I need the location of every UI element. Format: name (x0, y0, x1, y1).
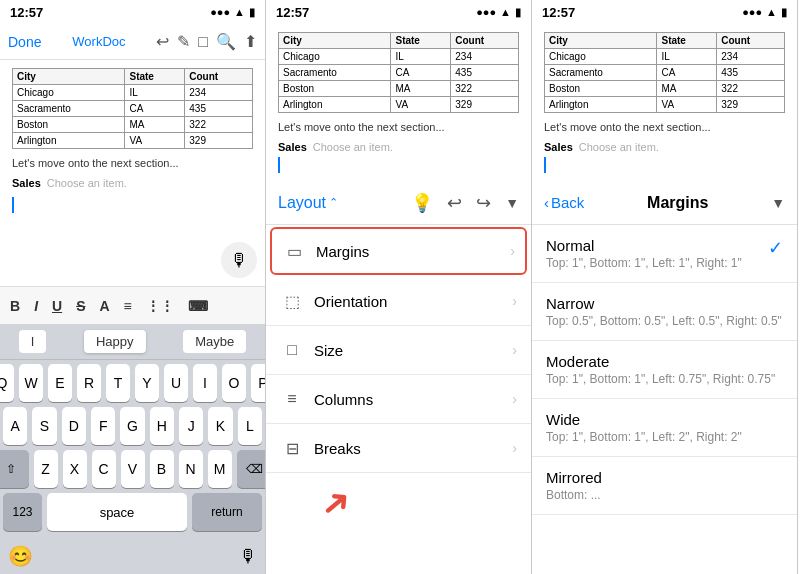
key-shift[interactable]: ⇧ (0, 450, 29, 488)
menu-item-breaks[interactable]: ⊟ Breaks › (266, 424, 531, 473)
key-123[interactable]: 123 (3, 493, 42, 531)
keyboard-area: I Happy Maybe Q W E R T Y U I O P A S D … (0, 324, 265, 574)
view-button[interactable]: □ (198, 33, 208, 51)
margin-narrow-desc: Top: 0.5", Bottom: 0.5", Left: 0.5", Rig… (546, 314, 783, 328)
key-c[interactable]: C (92, 450, 116, 488)
wifi-icon-1: ▲ (234, 6, 245, 18)
sales-label-1: Sales (12, 177, 41, 189)
key-n[interactable]: N (179, 450, 203, 488)
emoji-button[interactable]: 😊 (8, 544, 33, 568)
key-b[interactable]: B (150, 450, 174, 488)
key-space[interactable]: space (47, 493, 187, 531)
key-o[interactable]: O (222, 364, 246, 402)
italic-button[interactable]: I (32, 296, 40, 316)
keyboard-button[interactable]: ⌨ (186, 296, 210, 316)
margin-wide-text: Wide Top: 1", Bottom: 1", Left: 2", Righ… (546, 411, 783, 444)
sales-placeholder-1: Choose an item. (47, 177, 127, 189)
key-m[interactable]: M (208, 450, 232, 488)
search-button[interactable]: 🔍 (216, 32, 236, 51)
undo-icon-2[interactable]: ↩ (447, 192, 462, 214)
table-row: SacramentoCA435 (279, 65, 519, 81)
key-w[interactable]: W (19, 364, 43, 402)
dropdown-icon[interactable]: ▼ (505, 195, 519, 211)
strikethrough-button[interactable]: S (74, 296, 87, 316)
key-row-3: ⇧ Z X C V B N M ⌫ (3, 450, 262, 488)
suggestion-3[interactable]: Maybe (183, 330, 246, 353)
key-z[interactable]: Z (34, 450, 58, 488)
signal-icon-3: ●●● (742, 6, 762, 18)
key-a[interactable]: A (3, 407, 27, 445)
col-state-1: State (125, 69, 185, 85)
key-f[interactable]: F (91, 407, 115, 445)
margin-item-wide[interactable]: Wide Top: 1", Bottom: 1", Left: 2", Righ… (532, 399, 797, 457)
doc-text-3: Let's move onto the next section... (544, 121, 785, 133)
margins-dropdown-icon[interactable]: ▼ (771, 195, 785, 211)
key-x[interactable]: X (63, 450, 87, 488)
key-l[interactable]: L (238, 407, 262, 445)
chevron-right-icon-size: › (512, 342, 517, 358)
key-delete[interactable]: ⌫ (237, 450, 267, 488)
bold-button[interactable]: B (8, 296, 22, 316)
key-return[interactable]: return (192, 493, 262, 531)
key-h[interactable]: H (150, 407, 174, 445)
margin-item-moderate[interactable]: Moderate Top: 1", Bottom: 1", Left: 0.75… (532, 341, 797, 399)
table-row: ArlingtonVA329 (545, 97, 785, 113)
edit-button[interactable]: ✎ (177, 32, 190, 51)
margin-item-narrow[interactable]: Narrow Top: 0.5", Bottom: 0.5", Left: 0.… (532, 283, 797, 341)
redo-icon-2[interactable]: ↪ (476, 192, 491, 214)
mic-key-button[interactable]: 🎙 (239, 546, 257, 567)
key-v[interactable]: V (121, 450, 145, 488)
key-t[interactable]: T (106, 364, 130, 402)
margin-moderate-name: Moderate (546, 353, 783, 370)
menu-item-margins[interactable]: ▭ Margins › (270, 227, 527, 275)
status-icons-1: ●●● ▲ ▮ (210, 6, 255, 19)
suggestion-2[interactable]: Happy (84, 330, 146, 353)
columns-icon: ≡ (280, 387, 304, 411)
col-city-1: City (13, 69, 125, 85)
key-r[interactable]: R (77, 364, 101, 402)
wifi-icon-2: ▲ (500, 6, 511, 18)
underline-button[interactable]: U (50, 296, 64, 316)
key-k[interactable]: K (208, 407, 232, 445)
menu-item-columns[interactable]: ≡ Columns › (266, 375, 531, 424)
share-button[interactable]: ⬆ (244, 32, 257, 51)
margin-mirrored-name: Mirrored (546, 469, 783, 486)
margins-panel-title: Margins (584, 194, 771, 212)
app-title: WorkDoc (47, 34, 150, 49)
menu-item-size[interactable]: □ Size › (266, 326, 531, 375)
signal-icon-2: ●●● (476, 6, 496, 18)
key-u[interactable]: U (164, 364, 188, 402)
margin-narrow-text: Narrow Top: 0.5", Bottom: 0.5", Left: 0.… (546, 295, 783, 328)
margin-item-normal[interactable]: Normal Top: 1", Bottom: 1", Left: 1", Ri… (532, 225, 797, 283)
status-bar-1: 12:57 ●●● ▲ ▮ (0, 0, 265, 24)
back-button[interactable]: ‹ Back (544, 194, 584, 211)
key-d[interactable]: D (62, 407, 86, 445)
sales-row-2: Sales Choose an item. (278, 141, 519, 153)
key-p[interactable]: P (251, 364, 266, 402)
suggestion-1[interactable]: I (19, 330, 47, 353)
key-q[interactable]: Q (0, 364, 14, 402)
wifi-icon-3: ▲ (766, 6, 777, 18)
lightbulb-icon[interactable]: 💡 (411, 192, 433, 214)
chevron-right-icon-orientation: › (512, 293, 517, 309)
table-row: BostonMA322 (279, 81, 519, 97)
menu-item-orientation[interactable]: ⬚ Orientation › (266, 277, 531, 326)
list-button[interactable]: ≡ (122, 296, 134, 316)
key-e[interactable]: E (48, 364, 72, 402)
undo-button[interactable]: ↩ (156, 32, 169, 51)
key-j[interactable]: J (179, 407, 203, 445)
key-s[interactable]: S (32, 407, 56, 445)
time-2: 12:57 (276, 5, 309, 20)
margin-narrow-name: Narrow (546, 295, 783, 312)
key-g[interactable]: G (120, 407, 144, 445)
battery-icon-3: ▮ (781, 6, 787, 19)
more-button[interactable]: ⋮⋮ (144, 296, 176, 316)
key-y[interactable]: Y (135, 364, 159, 402)
mic-button-1[interactable]: 🎙 (221, 242, 257, 278)
margin-item-mirrored[interactable]: Mirrored Bottom: ... (532, 457, 797, 515)
breaks-icon: ⊟ (280, 436, 304, 460)
key-i[interactable]: I (193, 364, 217, 402)
menu-item-margins-label: Margins (316, 243, 510, 260)
done-button[interactable]: Done (8, 34, 41, 50)
text-color-button[interactable]: A (97, 296, 111, 316)
